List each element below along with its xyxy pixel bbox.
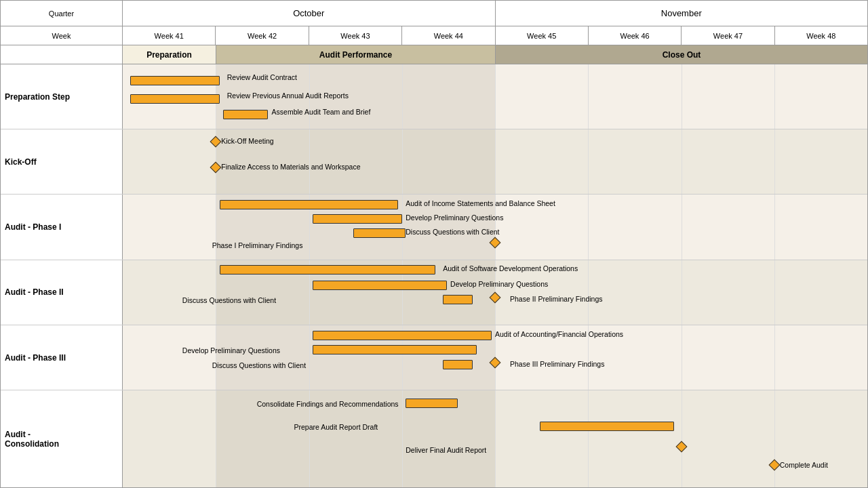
content-phase3: Audit of Accounting/Financial Operations… <box>123 325 867 390</box>
quarter-row: Quarter October November <box>1 1 867 26</box>
label-phase2: Audit - Phase II <box>1 260 123 325</box>
week-45: Week 45 <box>496 26 589 45</box>
label-develop-pq1: Develop Preliminary Questions <box>406 212 503 223</box>
bar-develop-pq1 <box>313 214 402 224</box>
bar-discuss-q2 <box>443 295 473 304</box>
label-assemble-team: Assemble Audit Team and Brief <box>272 106 371 117</box>
bar-audit-income <box>220 200 399 209</box>
content-preparation: Review Audit Contract Review Previous An… <box>123 64 867 129</box>
bar-audit-software <box>220 265 435 274</box>
week-48: Week 48 <box>775 26 867 45</box>
bar-consolidate <box>406 399 458 408</box>
row-phase3: Audit - Phase III Audit of Accounting/Fi… <box>1 325 867 390</box>
bar-discuss-q1 <box>353 228 406 238</box>
bar-audit-accounting <box>313 331 492 340</box>
label-kickoff-meeting: Kick-Off Meeting <box>221 136 273 146</box>
gantt-chart: Quarter October November Week Week 41 We… <box>0 0 868 488</box>
label-kickoff: Kick-Off <box>1 129 123 194</box>
row-consolidation: Audit - Consolidation Consolidate Findin… <box>1 390 867 487</box>
label-finalize-access: Finalize Access to Materials and Workspa… <box>221 161 360 172</box>
phase-header-row: Preparation Audit Performance Close Out <box>1 45 867 64</box>
body-section: Preparation Step Review Audit Contract R… <box>1 64 867 487</box>
november-header: November <box>496 1 868 26</box>
bar-review-prev-reports <box>130 94 220 104</box>
quarter-label: Quarter <box>1 1 123 26</box>
milestone-phase2-findings <box>490 292 501 304</box>
content-phase1: Audit of Income Statements and Balance S… <box>123 195 867 259</box>
week-47: Week 47 <box>682 26 774 45</box>
milestone-phase3-findings <box>490 357 501 369</box>
bar-develop-pq2 <box>313 281 447 290</box>
row-preparation: Preparation Step Review Audit Contract R… <box>1 64 867 129</box>
label-phase3-findings: Phase III Preliminary Findings <box>510 359 604 369</box>
label-audit-accounting: Audit of Accounting/Financial Operations <box>495 329 623 340</box>
week-42: Week 42 <box>216 26 309 45</box>
milestone-deliver-final <box>675 441 687 453</box>
label-discuss-q3-prefix: Discuss Questions with Client <box>212 360 306 371</box>
october-header: October <box>123 1 496 26</box>
label-review-audit-contract: Review Audit Contract <box>227 72 297 83</box>
phase-preparation: Preparation <box>123 45 216 64</box>
label-prepare-draft: Prepare Audit Report Draft <box>294 422 378 432</box>
row-phase2: Audit - Phase II Audit of Software Devel… <box>1 260 867 325</box>
label-consolidation: Audit - Consolidation <box>1 390 123 487</box>
bar-develop-pq3 <box>313 345 477 354</box>
label-consolidate: Consolidate Findings and Recommendations <box>257 399 399 409</box>
week-44: Week 44 <box>402 26 495 45</box>
milestone-finalize-access <box>210 161 222 173</box>
label-discuss-q2-prefix: Discuss Questions with Client <box>182 295 276 306</box>
week-row: Week Week 41 Week 42 Week 43 Week 44 Wee… <box>1 26 867 45</box>
content-phase2: Audit of Software Development Operations… <box>123 260 867 325</box>
bar-discuss-q3 <box>443 360 473 369</box>
label-phase1: Audit - Phase I <box>1 195 123 259</box>
content-kickoff: Kick-Off Meeting Finalize Access to Mate… <box>123 129 867 194</box>
label-audit-income: Audit of Income Statements and Balance S… <box>406 198 555 209</box>
week-43: Week 43 <box>309 26 402 45</box>
milestone-complete-audit <box>768 460 780 471</box>
label-audit-software: Audit of Software Development Operations <box>443 263 578 274</box>
row-phase1: Audit - Phase I Audit of Income Statemen… <box>1 195 867 260</box>
bar-assemble-team <box>223 110 268 119</box>
row-kickoff: Kick-Off Kick-Off Meeting Finalize Acces… <box>1 129 867 195</box>
label-phase1-findings-prefix: Phase I Preliminary Findings <box>212 240 303 251</box>
week-46: Week 46 <box>589 26 682 45</box>
label-phase2-findings: Phase II Preliminary Findings <box>510 293 603 304</box>
milestone-phase1-findings <box>490 237 501 249</box>
phase-closeout: Close Out <box>496 45 867 64</box>
header-section: Quarter October November Week Week 41 We… <box>1 1 867 64</box>
milestone-kickoff-meeting <box>210 136 222 147</box>
week-41: Week 41 <box>123 26 216 45</box>
label-complete-audit: Complete Audit <box>780 460 828 470</box>
label-discuss-q1: Discuss Questions with Client <box>406 226 499 237</box>
label-review-prev-reports: Review Previous Annual Audit Reports <box>227 90 349 101</box>
label-develop-pq2: Develop Preliminary Questions <box>450 279 548 289</box>
bar-prepare-draft <box>540 422 674 431</box>
bar-review-audit-contract <box>130 76 220 85</box>
label-deliver-final: Deliver Final Audit Report <box>406 445 486 455</box>
week-label: Week <box>1 26 123 45</box>
label-develop-pq3-prefix: Develop Preliminary Questions <box>182 345 280 356</box>
phase-performance: Audit Performance <box>216 45 496 64</box>
content-consolidation: Consolidate Findings and Recommendations… <box>123 390 867 487</box>
label-phase3: Audit - Phase III <box>1 325 123 390</box>
label-preparation: Preparation Step <box>1 64 123 129</box>
